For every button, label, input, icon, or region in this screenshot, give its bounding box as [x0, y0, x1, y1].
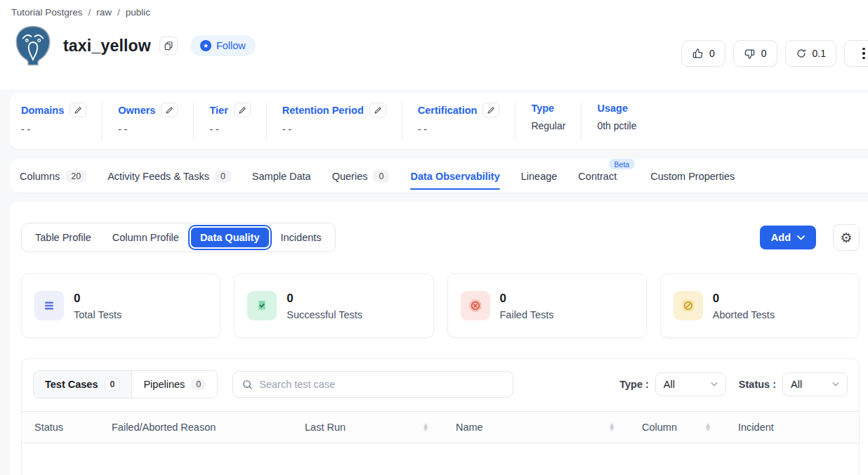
edit-certification-button[interactable] [482, 103, 499, 117]
quality-toolbar: Table Profile Column Profile Data Qualit… [21, 223, 860, 252]
meta-certification: Certification - - [402, 103, 516, 139]
edit-retention-button[interactable] [369, 103, 386, 117]
meta-label: Tier [209, 105, 228, 116]
stat-label: Successful Tests [287, 309, 362, 320]
test-pipeline-toggle: Test Cases 0 Pipelines 0 [33, 370, 218, 398]
subtab-incidents[interactable]: Incidents [270, 226, 332, 249]
subtab-column-profile[interactable]: Column Profile [102, 226, 190, 249]
type-filter: Type : All [619, 372, 726, 396]
column-header-last-run: Last Run ▲▼ [305, 412, 456, 443]
breadcrumb-database[interactable]: raw [96, 7, 112, 18]
tab-label: Contract [578, 171, 617, 182]
column-header-name: Name ▲▼ [456, 412, 642, 443]
version-button[interactable]: 0.1 [785, 40, 836, 67]
column-header-column: Column ▲▼ [642, 412, 738, 443]
status-filter-value: All [791, 379, 802, 390]
status-filter-select[interactable]: All [782, 372, 848, 396]
total-tests-card: 0 Total Tests [21, 273, 221, 338]
failed-x-icon [461, 291, 490, 320]
toggle-label: Pipelines [143, 379, 185, 390]
subtab-table-profile[interactable]: Table Profile [25, 226, 102, 249]
column-header-label: Incident [738, 422, 774, 433]
meta-retention-period: Retention Period - - [267, 103, 402, 139]
tab-custom-properties[interactable]: Custom Properties [650, 160, 735, 193]
breadcrumb-service[interactable]: Tutorial Postgres [11, 7, 83, 18]
meta-label: Retention Period [282, 105, 364, 116]
tab-label: Custom Properties [650, 171, 735, 182]
breadcrumb: Tutorial Postgres / raw / public [11, 7, 857, 18]
version-number: 0.1 [813, 48, 826, 59]
pencil-icon [487, 106, 495, 115]
tab-columns[interactable]: Columns 20 [20, 160, 86, 193]
test-cases-controls: Test Cases 0 Pipelines 0 Type : [22, 359, 859, 398]
column-header-label: Status [34, 422, 63, 433]
stat-label: Failed Tests [500, 309, 554, 320]
toggle-label: Test Cases [45, 379, 98, 390]
filters: Type : All Status : All [619, 372, 848, 396]
test-cases-table-header: Status Failed/Aborted Reason Last Run ▲▼… [22, 411, 859, 443]
version-history-icon [796, 48, 807, 59]
tab-count-badge: 0 [215, 170, 231, 183]
settings-button[interactable]: ⚙ [833, 224, 860, 251]
meta-label: Owners [118, 105, 155, 116]
type-filter-label: Type : [619, 379, 649, 390]
search-icon [242, 379, 253, 390]
tab-contract[interactable]: Contract Beta [578, 160, 617, 193]
chevron-down-icon [832, 382, 839, 386]
tab-lineage[interactable]: Lineage [521, 160, 558, 193]
toggle-count-badge: 0 [191, 379, 206, 390]
entity-header: Tutorial Postgres / raw / public taxi_ye… [0, 0, 868, 90]
aborted-tests-card: 0 Aborted Tests [660, 273, 860, 338]
search-test-case-input[interactable] [259, 379, 504, 390]
column-header-label: Failed/Aborted Reason [112, 422, 216, 433]
stat-value: 0 [74, 292, 121, 306]
add-test-button[interactable]: Add [760, 226, 816, 249]
upvote-button[interactable]: 0 [681, 40, 725, 67]
tab-data-observability[interactable]: Data Observability [410, 160, 499, 193]
pencil-icon [238, 106, 246, 115]
sort-toggle-icon[interactable]: ▲▼ [706, 423, 710, 431]
type-filter-select[interactable]: All [655, 372, 726, 396]
test-cases-panel: Test Cases 0 Pipelines 0 Type : [21, 358, 860, 475]
more-options-button[interactable] [844, 40, 868, 67]
tab-activity-feeds[interactable]: Activity Feeds & Tasks 0 [107, 160, 231, 193]
column-header-label: Column [642, 422, 677, 433]
test-summary-cards: 0 Total Tests 0 Successful Tests [21, 273, 860, 338]
subtab-data-quality[interactable]: Data Quality [190, 226, 270, 249]
tab-queries[interactable]: Queries 0 [332, 160, 390, 193]
tab-count-badge: 20 [65, 170, 86, 183]
type-filter-value: All [664, 379, 675, 390]
meta-label: Domains [21, 105, 64, 116]
edit-owners-button[interactable] [161, 103, 178, 117]
toggle-count-badge: 0 [105, 378, 121, 391]
copy-icon [164, 41, 173, 51]
edit-domains-button[interactable] [70, 103, 86, 117]
meta-domains: Domains - - [21, 103, 103, 139]
test-cases-table-body [22, 443, 859, 475]
downvote-count: 0 [761, 48, 767, 59]
stat-label: Aborted Tests [713, 309, 775, 320]
search-test-case-box [232, 371, 513, 398]
meta-value: - - [418, 124, 500, 135]
toggle-test-cases[interactable]: Test Cases 0 [34, 371, 132, 398]
downvote-button[interactable]: 0 [733, 40, 777, 67]
successful-tests-card: 0 Successful Tests [234, 273, 433, 338]
tab-label: Queries [332, 171, 368, 182]
tab-label: Lineage [521, 171, 558, 182]
stat-value: 0 [500, 292, 554, 306]
breadcrumb-schema[interactable]: public [126, 7, 150, 18]
copy-name-button[interactable] [159, 37, 178, 55]
gear-icon: ⚙ [840, 230, 852, 245]
tab-sample-data[interactable]: Sample Data [252, 160, 311, 193]
meta-usage: Usage 0th pctile [581, 103, 652, 139]
sort-toggle-icon[interactable]: ▲▼ [610, 423, 614, 431]
tab-label: Activity Feeds & Tasks [107, 171, 209, 182]
star-icon: ★ [200, 40, 211, 51]
sort-toggle-icon[interactable]: ▲▼ [423, 423, 428, 431]
follow-button[interactable]: ★ Follow [190, 35, 256, 56]
upvote-count: 0 [709, 48, 715, 59]
edit-tier-button[interactable] [234, 103, 251, 117]
toggle-pipelines[interactable]: Pipelines 0 [132, 371, 217, 398]
chevron-down-icon [711, 382, 718, 386]
profiler-subtabs: Table Profile Column Profile Data Qualit… [21, 223, 336, 252]
